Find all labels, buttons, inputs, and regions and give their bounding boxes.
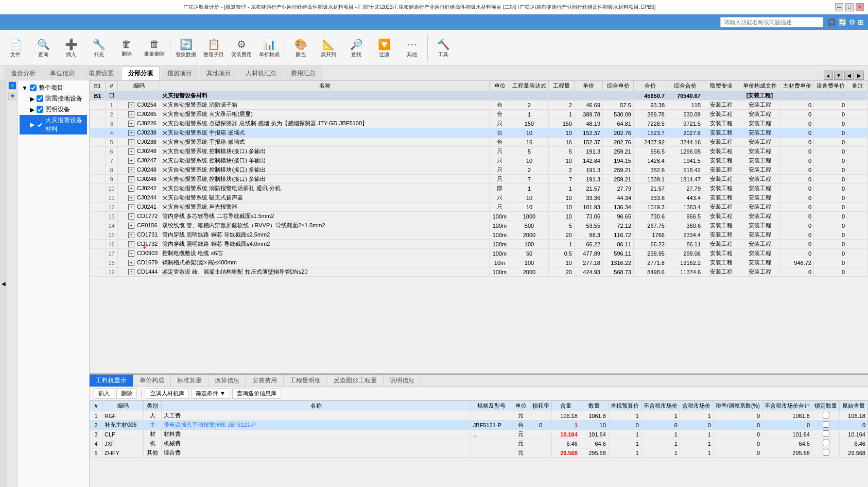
access-library-btn[interactable]: 至调人材机库 [146,388,189,399]
table-row[interactable]: 18 + CD1679 钢制槽式桥架(宽×高)≤400mm10m10010277… [90,258,868,267]
tab-nav-right[interactable]: ▶ [855,71,864,80]
tree-item-checkbox2[interactable] [37,106,43,113]
row-expand[interactable]: + [128,269,134,275]
tree-item-lighting[interactable]: ▶ 照明设备 [20,104,87,115]
lock-checkbox[interactable] [823,412,829,418]
table-row[interactable]: 13 + CD1772 管内穿线 多芯软导线 二芯导线截面≤1.5mm2100m… [90,212,868,221]
restore-btn[interactable]: □ [845,3,854,11]
toolbar-insert[interactable]: ➕ 插入 [58,32,84,64]
table-row[interactable]: 14 + CE0156 双绞线缆 管、暗槽内穿敷屏蔽软线（RVVP）导线截面2×… [90,221,868,230]
bt-row-locked[interactable] [812,430,840,439]
tab-nav-down[interactable]: ▼ [834,71,843,80]
bottom-tab-review[interactable]: 反查图形工程量 [327,375,384,387]
lock-checkbox[interactable] [823,449,829,456]
tab-section-items[interactable]: 分部分项 [121,66,160,80]
toolbar-unit-comp[interactable]: 📊 单价构成 [256,32,283,64]
left-icon-1[interactable]: ✕ [8,81,16,90]
left-icon-2[interactable]: ⚙ [8,92,16,100]
tab-fee-settings[interactable]: 取费设置 [82,66,120,80]
sidebar-toggle[interactable]: ◀ [0,80,7,487]
table-row[interactable]: 8 + CJ0248 火灾自动报警系统 控制模块(接口) 多输出只22191.3… [90,165,868,175]
toolbar-tools[interactable]: 🔨 工具 [430,32,457,64]
data-table-container[interactable]: B1 # 编码 名称 单位 工程量表达式 工程量 单价 综合单价 合价 综合合价… [90,80,868,374]
bottom-tab-install[interactable]: 安装费用 [246,375,284,387]
b1-expand[interactable]: ☐ [109,92,114,98]
tab-nav-up[interactable]: ▲ [824,71,833,80]
table-row[interactable]: 7 + CJ0247 火灾自动报警系统 控制模块(接口) 单输出只1010142… [90,156,868,165]
table-row[interactable]: 15 + CD1731 管内穿线 照明线路 铜芯 导线截面≤2.5mm2100m… [90,230,868,240]
tab-measure-items[interactable]: 措施项目 [161,66,199,80]
tree-root[interactable]: ▼ 整个项目 [20,82,87,93]
toolbar-color[interactable]: 🎨 颜色 [287,32,314,64]
bottom-table-row[interactable]: 3 CLF 材 材料费 ... 元 10.164 101.64 1 1 1 0 … [90,430,868,439]
table-row[interactable]: 5 + CJ0238 火灾自动报警系统 手报箱 嵌墙式台1616152.3720… [90,138,868,147]
table-row[interactable]: 19 + CD1444 鉴定管敷设 砖、混凝土结构暗配 扣压式薄壁钢导管DN≤2… [90,267,868,277]
bottom-delete-btn[interactable]: 删除 [116,388,137,399]
toolbar-find[interactable]: 🔎 查找 [343,32,370,64]
query-info-btn[interactable]: 查询造价信息库 [232,388,281,399]
row-expand[interactable]: + [128,186,134,192]
tab-labor-machine[interactable]: 人材机汇总 [239,66,283,80]
toolbar-query[interactable]: 🔍 查询 [30,32,57,64]
toolbar-other[interactable]: ⋯ 其他 [398,32,425,64]
row-expand[interactable]: + [128,204,134,210]
row-expand[interactable]: + [128,223,134,229]
table-row[interactable]: 3 + CJ0226 火灾自动报警系统 点型探测器 总线制 感烟 执为【感烟探测… [90,119,868,128]
tree-item-checkbox1[interactable] [37,95,43,102]
row-expand[interactable]: + [128,241,134,247]
tree-item-fire-alarm[interactable]: ▶ 火灾报警设备材料 [20,115,87,135]
bottom-table-row[interactable]: 2 补充主材006 主 带电话插孔手动报警按钮 JBF5121-P JBF512… [90,421,868,430]
close-btn[interactable]: ✕ [856,3,864,11]
table-row[interactable]: 16 + CD1732 管内穿线 照明线路 铜芯 导线截面≤4.0mm2100m… [90,240,868,249]
row-expand[interactable]: + [128,195,134,201]
bottom-tab-standard[interactable]: 标准算量 [171,375,209,387]
bottom-tab-desc[interactable]: 说明信息 [384,375,421,387]
settings-icon[interactable]: ⚙ [849,18,856,26]
bottom-table-row[interactable]: 4 JXF 机 机械费 元 6.46 64.6 1 1 1 0 64.6 6.4… [90,439,868,448]
tree-item-checkbox3[interactable] [37,122,43,128]
bottom-tab-unit-comp[interactable]: 单价构成 [133,375,171,387]
toolbar-file[interactable]: 📄 文件 [2,32,29,64]
lock-checkbox[interactable] [823,421,829,428]
row-expand[interactable]: + [128,130,134,136]
filter-condition-btn[interactable]: 筛选条件 ▼ [191,388,230,399]
tree-item-lightning[interactable]: ▶ 防雷接地设备 [20,93,87,104]
toolbar-install-fee[interactable]: ⚙ 安装费用 [228,32,255,64]
bottom-table-row[interactable]: 5 ZHFY 其他 综合费 元 29.568 295.68 1 1 1 0 29… [90,448,868,458]
row-expand[interactable]: + [128,232,134,238]
row-expand[interactable]: + [128,158,134,164]
lock-checkbox[interactable] [823,440,829,446]
table-row[interactable]: 6 + CJ0248 火灾自动报警系统 控制模块(接口) 多输出只55191.3… [90,147,868,156]
tab-nav-left[interactable]: ◀ [844,71,854,80]
table-row[interactable]: 12 + CJ0241 火灾自动报警系统 声光报警器只1010101.93136… [90,203,868,212]
bt-row-locked[interactable] [812,411,840,421]
row-expand[interactable]: + [128,260,134,266]
tab-unit-info[interactable]: 单位信息 [43,66,81,80]
row-expand[interactable]: + [128,176,134,182]
table-row[interactable]: 9 + CJ0248 火灾自动报警系统 控制模块(接口) 多输出只77191.3… [90,175,868,184]
row-expand[interactable]: + [128,139,134,145]
tab-fee-summary[interactable]: 费用汇总 [284,66,322,80]
grid-icon[interactable]: ⊞ [858,18,864,26]
table-row[interactable]: 2 + CJ0265 火灾自动报警系统 火灾录示板(层显)台11389.7853… [90,110,868,119]
toolbar-replace[interactable]: 🔄 替换数据 [172,32,199,64]
toolbar-delete[interactable]: 🗑 删除 [113,32,140,64]
toolbar-batch-delete[interactable]: 🗑 批量删除 [141,32,168,64]
minimize-btn[interactable]: — [835,3,843,11]
toolbar-expand[interactable]: 📐 展开到 [315,32,342,64]
toolbar-supplement[interactable]: 🔧 补充 [85,32,112,64]
row-expand[interactable]: + [128,121,134,127]
bottom-table-row[interactable]: 1 RGF 人 人工费 元 106.18 1061.8 1 1 1 0 1061… [90,411,868,421]
headphone-icon[interactable]: 🎧 [827,18,836,26]
table-row[interactable]: 11 + CJ0244 火灾自动报警系统 吸页式扬声器只101033.3644.… [90,193,868,203]
table-row[interactable]: 10 + CJ0242 火灾自动报警系统 消防报警电话插孔 通讯 分机部1121… [90,184,868,193]
tab-other-items[interactable]: 其他项目 [200,66,238,80]
row-expand[interactable]: + [128,102,134,108]
tab-cost-analysis[interactable]: 造价分析 [4,66,42,80]
refresh-icon[interactable]: 🔄 [838,18,847,26]
row-expand[interactable]: + [128,111,134,117]
row-expand[interactable]: + [128,167,134,173]
bottom-tab-qty-detail[interactable]: 工程量明细 [284,375,327,387]
row-expand[interactable]: + [128,250,134,257]
bottom-tab-labor[interactable]: 工料机显示 [90,375,133,387]
